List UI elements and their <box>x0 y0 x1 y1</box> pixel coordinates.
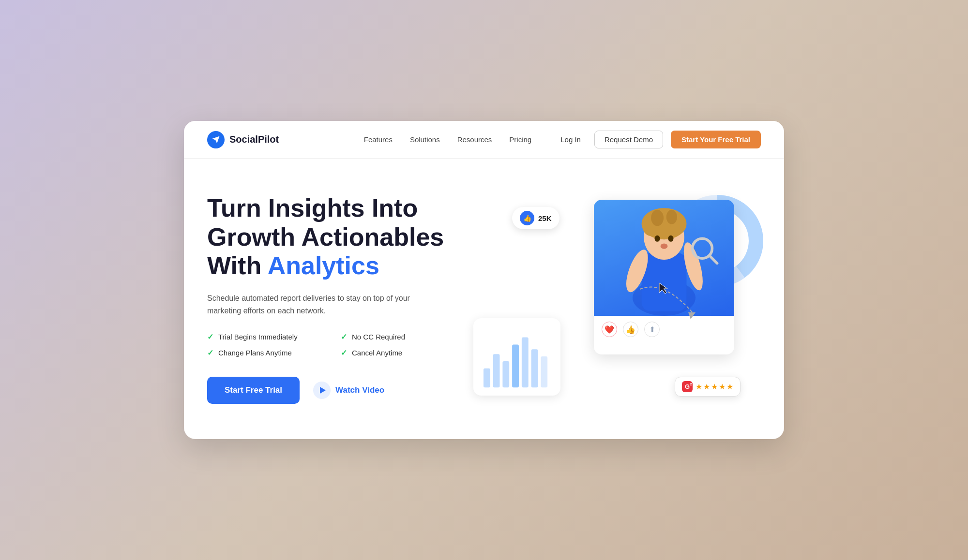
svg-rect-19 <box>493 354 500 387</box>
svg-point-16 <box>668 236 673 242</box>
nav-solutions[interactable]: Solutions <box>410 135 440 144</box>
star-4: ★ <box>719 382 726 391</box>
svg-point-14 <box>666 210 677 224</box>
watch-video-label: Watch Video <box>335 385 384 395</box>
like-count: 25K <box>538 214 552 222</box>
hero-title-analytics: Analytics <box>268 251 379 280</box>
g2-logo: G2 <box>682 381 693 392</box>
analytics-chart-card <box>473 318 560 396</box>
thumbs-up-icon: 👍 <box>520 211 534 225</box>
check-icon-3: ✓ <box>207 348 213 357</box>
nav-pricing[interactable]: Pricing <box>509 135 531 144</box>
watch-video-button[interactable]: Watch Video <box>313 382 384 399</box>
card-background: ❤️ 👍 ⬆ <box>594 200 734 354</box>
svg-point-17 <box>661 244 668 249</box>
like-bubble: 👍 25K <box>512 207 560 229</box>
svg-marker-25 <box>688 312 696 319</box>
logo-svg <box>212 135 220 144</box>
feature-label-2: No CC Required <box>352 333 405 341</box>
play-icon <box>313 382 331 399</box>
g2-superscript: 2 <box>690 382 692 386</box>
nav-actions: Log In Request Demo Start Your Free Tria… <box>555 131 761 148</box>
check-icon-4: ✓ <box>341 348 347 357</box>
bar-chart <box>481 330 553 388</box>
star-3: ★ <box>711 382 718 391</box>
hero-left: Turn Insights Into Growth Actionables Wi… <box>207 194 459 404</box>
hero-subtitle: Schedule automated report deliveries to … <box>207 292 439 317</box>
main-card: SocialPilot Features Solutions Resources… <box>184 121 784 439</box>
logo-text: SocialPilot <box>229 134 279 145</box>
hero-right: 👍 25K <box>459 188 761 410</box>
svg-line-8 <box>710 256 717 264</box>
social-post-card: ❤️ 👍 ⬆ <box>594 200 734 354</box>
check-icon-1: ✓ <box>207 332 213 341</box>
nav-features[interactable]: Features <box>364 135 393 144</box>
nav-start-trial-button[interactable]: Start Your Free Trial <box>671 131 761 148</box>
svg-rect-23 <box>531 349 538 387</box>
navbar: SocialPilot Features Solutions Resources… <box>184 121 784 159</box>
hero-section: Turn Insights Into Growth Actionables Wi… <box>184 159 784 439</box>
hero-title-line3-plain: With <box>207 251 268 280</box>
hero-title-line2: Growth Actionables <box>207 223 444 251</box>
logo-icon <box>207 131 225 148</box>
features-grid: ✓ Trial Begins Immediately ✓ No CC Requi… <box>207 332 459 357</box>
feature-no-cc: ✓ No CC Required <box>341 332 459 341</box>
check-icon-2: ✓ <box>341 332 347 341</box>
feature-label-3: Change Plans Anytime <box>218 349 292 357</box>
hero-title-line1: Turn Insights Into <box>207 194 418 222</box>
heart-reaction[interactable]: ❤️ <box>602 322 617 337</box>
cursor-icon <box>658 282 669 295</box>
svg-rect-21 <box>512 344 519 387</box>
nav-resources[interactable]: Resources <box>457 135 492 144</box>
hero-title: Turn Insights Into Growth Actionables Wi… <box>207 194 459 280</box>
g2-rating-badge: G2 ★ ★ ★ ★ ★ <box>675 377 741 397</box>
login-button[interactable]: Log In <box>555 132 587 147</box>
star-half: ★ <box>726 382 733 391</box>
feature-label-1: Trial Begins Immediately <box>218 333 298 341</box>
cta-row: Start Free Trial Watch Video <box>207 377 459 404</box>
feature-change-plans: ✓ Change Plans Anytime <box>207 348 325 357</box>
svg-rect-18 <box>484 368 490 387</box>
logo[interactable]: SocialPilot <box>207 131 279 148</box>
star-2: ★ <box>703 382 710 391</box>
feature-label-4: Cancel Anytime <box>352 349 402 357</box>
svg-rect-22 <box>522 338 529 388</box>
nav-links: Features Solutions Resources Pricing <box>364 135 531 144</box>
svg-rect-24 <box>541 356 547 387</box>
start-free-trial-button[interactable]: Start Free Trial <box>207 377 300 404</box>
star-1: ★ <box>696 382 702 391</box>
request-demo-button[interactable]: Request Demo <box>594 131 663 148</box>
feature-cancel-anytime: ✓ Cancel Anytime <box>341 348 459 357</box>
svg-point-15 <box>655 236 660 242</box>
feature-trial-begins: ✓ Trial Begins Immediately <box>207 332 325 341</box>
g2-stars: ★ ★ ★ ★ ★ <box>696 382 733 391</box>
svg-point-13 <box>651 210 664 226</box>
svg-rect-20 <box>502 361 509 387</box>
